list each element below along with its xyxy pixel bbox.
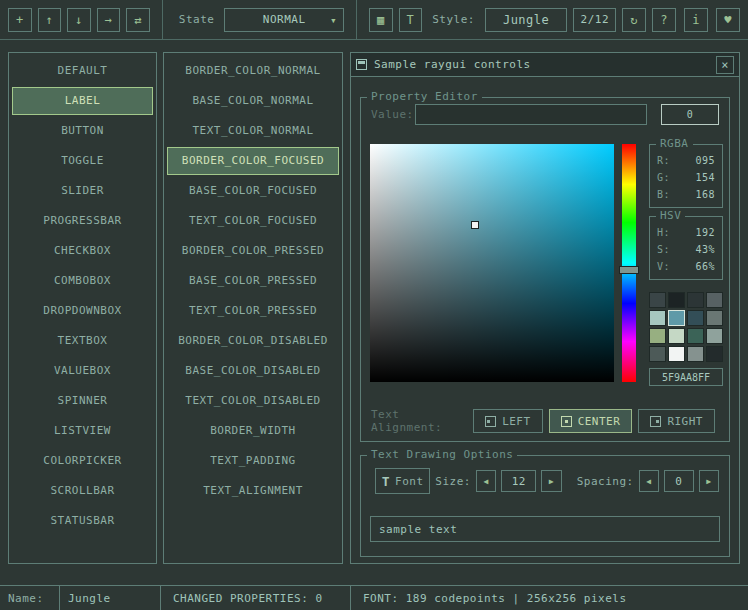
spacing-increase-button[interactable]: ▶ <box>699 470 719 492</box>
prop-item-text-color-focused[interactable]: TEXT_COLOR_FOCUSED <box>164 206 342 236</box>
palette-swatch[interactable] <box>668 292 685 308</box>
size-increase-button[interactable]: ▶ <box>541 470 561 492</box>
sidebar-item-slider[interactable]: SLIDER <box>9 176 156 206</box>
new-style-button[interactable]: + <box>8 8 32 32</box>
v-value: 66% <box>695 258 715 275</box>
palette-swatch[interactable] <box>706 328 723 344</box>
s-label: S: <box>657 241 670 258</box>
help-button[interactable]: ? <box>652 8 676 32</box>
prop-item-border-width[interactable]: BORDER_WIDTH <box>164 416 342 446</box>
hex-value-box[interactable]: 5F9AA8FF <box>649 368 723 386</box>
sidebar-item-combobox[interactable]: COMBOBOX <box>9 266 156 296</box>
prop-item-border-color-focused[interactable]: BORDER_COLOR_FOCUSED <box>167 147 339 175</box>
g-value: 154 <box>695 169 715 186</box>
palette-swatch[interactable] <box>687 328 704 344</box>
palette-swatch[interactable] <box>649 292 666 308</box>
window-body: Property Editor Value: 0 RGBA R: 095 <box>351 77 739 564</box>
palette-swatch[interactable] <box>687 310 704 326</box>
sidebar-item-scrollbar[interactable]: SCROLLBAR <box>9 476 156 506</box>
window-titlebar[interactable]: Sample raygui controls × <box>351 53 739 77</box>
sidebar-item-checkbox[interactable]: CHECKBOX <box>9 236 156 266</box>
load-style-button[interactable]: ↑ <box>38 8 62 32</box>
rguistyler-app: + ↑ ↓ → ⇄ State NORMAL ▼ ▦ T Style: Jung… <box>0 0 748 610</box>
sidebar-item-toggle[interactable]: TOGGLE <box>9 146 156 176</box>
color-palette <box>649 292 723 362</box>
palette-swatch[interactable] <box>687 346 704 362</box>
palette-swatch[interactable] <box>706 310 723 326</box>
prop-item-text-padding[interactable]: TEXT_PADDING <box>164 446 342 476</box>
h-value: 192 <box>695 224 715 241</box>
sidebar-item-progressbar[interactable]: PROGRESSBAR <box>9 206 156 236</box>
style-index-box[interactable]: 2/12 <box>573 8 616 32</box>
r-value: 095 <box>695 152 715 169</box>
status-changed-properties: CHANGED PROPERTIES: 0 <box>161 586 351 610</box>
window-icon <box>356 59 367 70</box>
sidebar-item-spinner[interactable]: SPINNER <box>9 386 156 416</box>
hue-slider[interactable] <box>622 144 636 382</box>
palette-swatch[interactable] <box>706 346 723 362</box>
prop-item-base-color-focused[interactable]: BASE_COLOR_FOCUSED <box>164 176 342 206</box>
prop-item-border-color-disabled[interactable]: BORDER_COLOR_DISABLED <box>164 326 342 356</box>
prop-item-base-color-disabled[interactable]: BASE_COLOR_DISABLED <box>164 356 342 386</box>
color-picker-panel[interactable] <box>370 144 614 382</box>
align-right-icon <box>650 416 661 427</box>
prop-item-text-color-normal[interactable]: TEXT_COLOR_NORMAL <box>164 116 342 146</box>
reload-style-button[interactable]: ↻ <box>622 8 646 32</box>
palette-swatch-selected[interactable] <box>668 310 685 326</box>
save-style-button[interactable]: ↓ <box>67 8 91 32</box>
sponsor-heart-button[interactable]: ♥ <box>716 8 740 32</box>
value-count-box[interactable]: 0 <box>661 104 719 125</box>
close-icon[interactable]: × <box>716 56 734 74</box>
sidebar-item-valuebox[interactable]: VALUEBOX <box>9 356 156 386</box>
state-dropdown[interactable]: NORMAL ▼ <box>224 8 344 32</box>
prop-item-base-color-pressed[interactable]: BASE_COLOR_PRESSED <box>164 266 342 296</box>
info-button[interactable]: i <box>684 8 708 32</box>
statusbar: Name: Jungle CHANGED PROPERTIES: 0 FONT:… <box>0 585 748 610</box>
palette-swatch[interactable] <box>649 310 666 326</box>
export-style-button[interactable]: → <box>97 8 121 32</box>
spacing-value-box[interactable]: 0 <box>664 470 694 492</box>
style-name-button[interactable]: Jungle <box>485 8 567 32</box>
sidebar-item-statusbar[interactable]: STATUSBAR <box>9 506 156 536</box>
align-right-button[interactable]: RIGHT <box>638 409 715 433</box>
prop-item-text-color-disabled[interactable]: TEXT_COLOR_DISABLED <box>164 386 342 416</box>
font-button[interactable]: T Font <box>375 468 430 494</box>
random-style-button[interactable]: ⇄ <box>126 8 150 32</box>
hsv-title: HSV <box>656 209 685 222</box>
color-picker-cursor[interactable] <box>471 221 479 229</box>
style-label: Style: <box>432 13 475 26</box>
sidebar-item-default[interactable]: DEFAULT <box>9 56 156 86</box>
palette-swatch[interactable] <box>649 346 666 362</box>
prop-item-text-alignment[interactable]: TEXT_ALIGNMENT <box>164 476 342 506</box>
prop-item-base-color-normal[interactable]: BASE_COLOR_NORMAL <box>164 86 342 116</box>
palette-swatch[interactable] <box>668 328 685 344</box>
v-label: V: <box>657 258 670 275</box>
palette-swatch[interactable] <box>706 292 723 308</box>
size-value-box[interactable]: 12 <box>501 470 536 492</box>
text-drawing-options-title: Text Drawing Options <box>367 448 517 461</box>
sample-controls-window: Sample raygui controls × Property Editor… <box>350 52 740 564</box>
sidebar-item-label[interactable]: LABEL <box>12 87 153 115</box>
sample-text-box[interactable]: sample text <box>370 516 720 542</box>
sidebar-item-textbox[interactable]: TEXTBOX <box>9 326 156 356</box>
prop-item-border-color-normal[interactable]: BORDER_COLOR_NORMAL <box>164 56 342 86</box>
value-input[interactable] <box>415 104 647 125</box>
sidebar-item-colorpicker[interactable]: COLORPICKER <box>9 446 156 476</box>
prop-item-text-color-pressed[interactable]: TEXT_COLOR_PRESSED <box>164 296 342 326</box>
sidebar-item-button[interactable]: BUTTON <box>9 116 156 146</box>
palette-swatch[interactable] <box>649 328 666 344</box>
style-table-button[interactable]: ▦ <box>369 8 393 32</box>
sidebar-item-listview[interactable]: LISTVIEW <box>9 416 156 446</box>
palette-swatch[interactable] <box>668 346 685 362</box>
controls-list-panel: DEFAULT LABEL BUTTON TOGGLE SLIDER PROGR… <box>8 52 157 564</box>
hue-slider-handle[interactable] <box>619 266 639 274</box>
spacing-decrease-button[interactable]: ◀ <box>639 470 659 492</box>
align-left-button[interactable]: LEFT <box>473 409 543 433</box>
palette-swatch[interactable] <box>687 292 704 308</box>
toolbar-divider <box>162 0 163 40</box>
prop-item-border-color-pressed[interactable]: BORDER_COLOR_PRESSED <box>164 236 342 266</box>
font-atlas-button[interactable]: T <box>399 8 423 32</box>
sidebar-item-dropdownbox[interactable]: DROPDOWNBOX <box>9 296 156 326</box>
size-decrease-button[interactable]: ◀ <box>476 470 496 492</box>
align-center-button[interactable]: CENTER <box>549 409 633 433</box>
